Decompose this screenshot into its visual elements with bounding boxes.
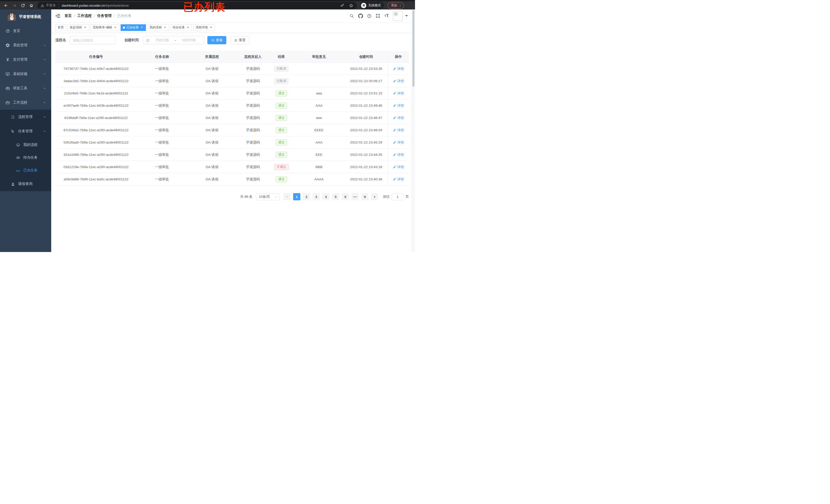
sidebar-item-system[interactable]: 系统管理 bbox=[0, 38, 51, 53]
sidebar-item-payment[interactable]: ¥ 支付管理 bbox=[0, 53, 51, 67]
help-icon[interactable] bbox=[365, 11, 374, 20]
browser-reload-icon[interactable] bbox=[20, 2, 26, 9]
close-icon[interactable]: × bbox=[209, 26, 213, 29]
breadcrumb-home[interactable]: 首页 bbox=[65, 13, 72, 18]
detail-link[interactable]: 详情 bbox=[393, 140, 404, 145]
github-icon[interactable] bbox=[356, 11, 365, 20]
cell-process: OA 请假 bbox=[187, 149, 236, 161]
browser-menu-dots-icon[interactable] bbox=[398, 4, 402, 7]
close-icon[interactable]: × bbox=[114, 26, 117, 29]
browser-forward-icon[interactable] bbox=[11, 2, 18, 9]
detail-link[interactable]: 详情 bbox=[393, 67, 404, 71]
sidebar-item-workflow[interactable]: 工作流程 bbox=[0, 95, 51, 110]
cell-create-time: 2022-01-22 23:46:47 bbox=[345, 112, 388, 124]
sidebar-item-home[interactable]: 首页 bbox=[0, 24, 51, 38]
detail-link[interactable]: 详情 bbox=[393, 128, 404, 133]
avatar[interactable] bbox=[393, 11, 403, 21]
browser-home-icon[interactable] bbox=[28, 2, 35, 9]
detail-link[interactable]: 详情 bbox=[393, 115, 404, 120]
cell-action: 详情 bbox=[388, 87, 409, 99]
sidebar-item-done-tasks[interactable]: 已办任务 bbox=[0, 164, 51, 177]
cell-starter: 芋道源码 bbox=[236, 87, 269, 99]
cell-process: OA 请假 bbox=[187, 112, 236, 124]
pager-page-9-button[interactable]: 9 bbox=[361, 193, 369, 200]
detail-link[interactable]: 详情 bbox=[393, 91, 404, 96]
detail-label: 详情 bbox=[397, 177, 404, 182]
cell-task-id: 53026aa5-7b9a-11ec-a290-acde48001122 bbox=[55, 136, 137, 148]
sidebar-fold-icon[interactable] bbox=[55, 13, 60, 19]
search-button[interactable]: 搜索 bbox=[208, 36, 226, 44]
address-bar[interactable]: 不安全 dashboard.yudao.iocoder.cn/bpm/task/… bbox=[37, 2, 357, 9]
sidebar-item-infrastructure[interactable]: 基础设施 bbox=[0, 67, 51, 81]
pager-page-5-button[interactable]: 5 bbox=[332, 193, 339, 200]
tab-home[interactable]: 首页 bbox=[55, 24, 66, 31]
detail-label: 详情 bbox=[397, 165, 404, 169]
cell-task-id: ec507ae6-7b9a-11ec-b03b-acde48001122 bbox=[55, 100, 137, 111]
pager-page-1-button[interactable]: 1 bbox=[293, 193, 300, 200]
edit-pencil-icon bbox=[393, 165, 396, 169]
tab-done-tasks[interactable]: 已办任务× bbox=[121, 24, 146, 31]
cell-action: 详情 bbox=[388, 100, 409, 111]
tab-my-process[interactable]: 我的流程× bbox=[147, 24, 169, 31]
bookmark-star-icon[interactable] bbox=[348, 3, 354, 8]
page-scrollbar[interactable] bbox=[412, 9, 415, 252]
pager-page-4-button[interactable]: 4 bbox=[322, 193, 329, 200]
sidebar-item-task-management[interactable]: 任务管理 bbox=[0, 124, 51, 138]
sidebar-item-todo-tasks[interactable]: 待办任务 bbox=[0, 151, 51, 164]
tab-form-edit[interactable]: 流程表单-编辑× bbox=[90, 24, 119, 31]
browser-back-icon[interactable] bbox=[3, 2, 9, 9]
detail-link[interactable]: 详情 bbox=[393, 79, 404, 83]
create-time-range-input[interactable]: 开始日期 - 结束日期 bbox=[143, 36, 204, 44]
app-logo[interactable]: 芋道管理系统 bbox=[0, 9, 51, 24]
sidebar-item-leave-query[interactable]: 请假查询 bbox=[0, 177, 51, 191]
goto-page-input[interactable] bbox=[392, 193, 404, 200]
detail-link[interactable]: 详情 bbox=[393, 165, 404, 169]
tags-view-bar: 首页 发起流程× 流程表单-编辑× 已办任务× 我的流程× 待办任务× 流程详情… bbox=[51, 22, 415, 33]
close-icon[interactable]: × bbox=[140, 26, 143, 29]
sidebar-item-dev-tools[interactable]: 研发工具 bbox=[0, 81, 51, 95]
table-row: 8196daff-7b9a-11ec-a290-acde48001122 一级审… bbox=[55, 112, 409, 124]
sidebar-item-process-management[interactable]: 流程管理 bbox=[0, 110, 51, 124]
close-icon[interactable]: × bbox=[83, 26, 87, 29]
fullscreen-icon[interactable] bbox=[374, 11, 382, 20]
breadcrumb-current: 已办任务 bbox=[117, 13, 132, 18]
cell-process: OA 请假 bbox=[187, 87, 236, 99]
cell-comment: EEE bbox=[293, 149, 345, 161]
cell-task-name: 一级审批 bbox=[137, 161, 187, 173]
avatar-caret-down-icon[interactable] bbox=[405, 15, 408, 16]
password-key-icon[interactable] bbox=[340, 3, 345, 8]
page-size-select[interactable]: 10条/页 bbox=[256, 193, 280, 200]
detail-link[interactable]: 详情 bbox=[393, 153, 404, 157]
sidebar-item-my-process[interactable]: 我的流程 bbox=[0, 138, 51, 151]
pager-page-2-button[interactable]: 2 bbox=[303, 193, 310, 200]
close-icon[interactable]: × bbox=[163, 26, 167, 29]
pager-prev-button[interactable] bbox=[283, 193, 291, 200]
tab-process-detail[interactable]: 流程详情× bbox=[193, 24, 215, 31]
col-create-time: 创建时间 bbox=[345, 51, 388, 62]
detail-label: 详情 bbox=[397, 79, 404, 83]
pager-page-3-button[interactable]: 3 bbox=[313, 193, 320, 200]
done-task-table: 任务编号 任务名称 所属流程 流程发起人 结果 审批意见 创建时间 操作 747… bbox=[55, 51, 409, 186]
process-name-input[interactable] bbox=[70, 36, 116, 44]
font-size-icon[interactable]: TT bbox=[382, 11, 391, 20]
table-header: 任务编号 任务名称 所属流程 流程发起人 结果 审批意见 创建时间 操作 bbox=[55, 51, 409, 63]
tab-todo-tasks[interactable]: 待办任务× bbox=[170, 24, 192, 31]
detail-label: 详情 bbox=[397, 91, 404, 96]
detail-link[interactable]: 详情 bbox=[393, 103, 404, 108]
reset-button[interactable]: 重置 bbox=[230, 36, 249, 44]
pager-next-button[interactable] bbox=[371, 193, 378, 200]
detail-link[interactable]: 详情 bbox=[393, 177, 404, 182]
cell-starter: 芋道源码 bbox=[236, 100, 269, 111]
breadcrumb-task-management[interactable]: 任务管理 bbox=[97, 13, 111, 18]
pager-more-button[interactable]: ••• bbox=[352, 193, 359, 200]
scrollbar-thumb[interactable] bbox=[412, 10, 414, 87]
header-search-icon[interactable] bbox=[347, 11, 356, 20]
breadcrumb-workflow[interactable]: 工作流程 bbox=[77, 13, 92, 18]
browser-update-button[interactable]: 更新 bbox=[388, 2, 404, 9]
table-row: 3adac3d2-7b9d-11ec-8404-acde48001122 一级审… bbox=[55, 75, 409, 87]
close-icon[interactable]: × bbox=[186, 26, 190, 29]
cell-process: OA 请假 bbox=[187, 63, 236, 75]
cell-process: OA 请假 bbox=[187, 124, 236, 136]
tab-start-process[interactable]: 发起流程× bbox=[67, 24, 89, 31]
pager-page-6-button[interactable]: 6 bbox=[342, 193, 349, 200]
